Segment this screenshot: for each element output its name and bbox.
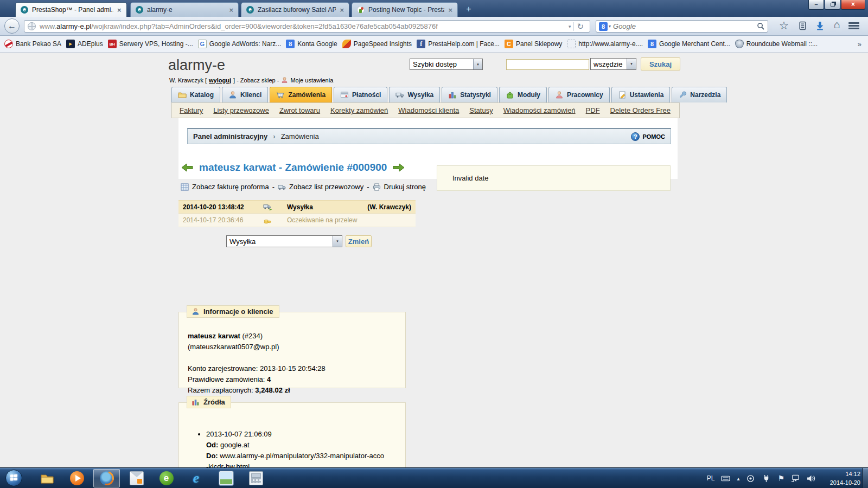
submenu-wiadomosci-klienta[interactable]: Wiadomości klienta (398, 106, 459, 114)
bookmark-alarmy[interactable]: http://www.alarmy-e.... (567, 40, 643, 48)
bookmark-panel-sklepowy[interactable]: CPanel Sklepowy (505, 40, 562, 48)
search-scope-select[interactable]: wszędzie ▾ (590, 58, 636, 70)
action-center-flag-icon[interactable]: ⚑ (777, 474, 784, 483)
bookmark-prestahelp[interactable]: fPrestaHelp.com | Face... (417, 40, 500, 48)
close-button[interactable]: × (841, 0, 865, 10)
url-dropdown-icon[interactable]: ▾ (566, 24, 574, 29)
tab-moduly[interactable]: Moduły (499, 87, 547, 102)
taskbar-explorer-button[interactable] (34, 469, 60, 487)
invoice-icon (181, 183, 189, 191)
customer-info-legend: Informacje o kliencie (187, 305, 279, 318)
quick-access-select[interactable]: Szybki dostęp ▾ (410, 59, 483, 70)
tab-klienci[interactable]: Klienci (222, 87, 268, 102)
start-button[interactable] (5, 470, 22, 486)
taskbar-calculator-button[interactable] (242, 469, 269, 487)
bookmarks-menu-icon[interactable] (795, 21, 809, 33)
change-status-button[interactable]: Zmień (346, 235, 372, 247)
tab-zamowienia[interactable]: Zamówienia (270, 87, 332, 102)
bookmark-bank-pekao[interactable]: Bank Pekao SA (4, 40, 61, 48)
back-button[interactable]: ← (4, 18, 20, 34)
order-status-history: 2014-10-20 13:48:42 Wysyłka (W. Krawczyk… (178, 200, 416, 227)
bookmark-roundcube[interactable]: Roundcube Webmail ::... (735, 40, 818, 48)
tab-katalog[interactable]: Katalog (171, 87, 220, 102)
print-page-link[interactable]: Drukuj stronę (384, 183, 426, 191)
tab-platnosci[interactable]: Płatności (334, 87, 387, 102)
chevron-down-icon[interactable]: ▾ (627, 59, 636, 69)
bookmark-serwery-vps[interactable]: BHSerwery VPS, Hosting -... (108, 40, 193, 48)
search-bar[interactable]: 8 ▾ (596, 20, 768, 33)
tab-close-icon[interactable]: × (448, 6, 452, 14)
url-prefix: www. (40, 22, 56, 30)
submenu-pdf[interactable]: PDF (586, 106, 600, 114)
reload-icon[interactable]: ↻ (574, 22, 586, 31)
submenu-statusy[interactable]: Statusy (469, 106, 493, 114)
previous-order-arrow-icon[interactable] (181, 163, 193, 172)
browser-tab-posting[interactable]: Posting New Topic - Presta... × (352, 2, 458, 17)
keyboard-icon[interactable] (721, 474, 730, 483)
power-plug-icon[interactable] (762, 474, 771, 483)
volume-icon[interactable] (807, 474, 816, 483)
search-engine-icon[interactable]: 8 (599, 22, 608, 31)
chevron-down-icon[interactable]: ▾ (473, 59, 482, 69)
tab-close-icon[interactable]: × (340, 6, 344, 14)
view-delivery-slip-link[interactable]: Zobacz list przewozowy (289, 183, 363, 191)
engine-dropdown-icon[interactable]: ▾ (609, 24, 611, 29)
show-desktop-button[interactable] (862, 468, 868, 488)
browser-tab-alarmy[interactable]: e alarmy-e × (130, 2, 239, 17)
browser-tab-prestashop[interactable]: e PrestaShop™ - Panel admi... × (15, 2, 127, 17)
my-settings-link[interactable]: Moje ustawienia (290, 77, 333, 84)
submenu-wiadomosci-zamowien[interactable]: Wiadomości zamówień (503, 106, 576, 114)
tab-pracownicy[interactable]: Pracownicy (548, 87, 610, 102)
view-shop-link[interactable]: ] - Zobacz sklep - (233, 77, 279, 84)
restore-button[interactable] (825, 0, 840, 10)
breadcrumb-root[interactable]: Panel administracyjny (193, 132, 267, 140)
minimize-button[interactable]: – (808, 0, 824, 10)
clock[interactable]: 14:12 2014-10-20 (819, 470, 860, 487)
submenu-delete-orders-free[interactable]: Delete Orders Free (610, 106, 671, 114)
tab-close-icon[interactable]: × (117, 6, 122, 14)
bookmark-star-icon[interactable]: ☆ (777, 19, 791, 32)
taskbar-internet-explorer-button[interactable]: e (183, 469, 209, 487)
submenu-zwrot-towaru[interactable]: Zwrot towaru (279, 106, 320, 114)
submenu-korekty-zamowien[interactable]: Korekty zamówień (330, 106, 388, 114)
network-icon[interactable] (791, 474, 800, 483)
home-icon[interactable]: ⌂ (830, 18, 844, 31)
submenu-listy-przewozowe[interactable]: Listy przewozowe (213, 106, 269, 114)
help-link[interactable]: ? POMOC (631, 132, 665, 141)
taskbar-media-player-button[interactable] (63, 469, 90, 487)
tray-expand-icon[interactable]: ▴ (737, 476, 739, 481)
search-submit-button[interactable]: Szukaj (641, 57, 680, 70)
customer-info-panel: Informacje o kliencie mateusz karwat (#2… (178, 312, 406, 388)
taskbar-mail-button[interactable] (123, 469, 150, 487)
tray-app-icon[interactable] (746, 474, 755, 483)
browser-tab-zasilacz[interactable]: e Zasilacz buforowy Satel AP... × (241, 2, 349, 17)
taskbar-green-e-app-button[interactable]: e (153, 469, 180, 487)
logout-link[interactable]: wyloguj (209, 77, 231, 84)
taskbar-firefox-button[interactable] (93, 469, 120, 487)
url-bar[interactable]: www. alarmy-e.pl /wojkraw/index.php?tab=… (24, 20, 590, 33)
tab-ustawienia[interactable]: Ustawienia (611, 87, 671, 102)
bookmark-merchant-center[interactable]: 8Google Merchant Cent... (648, 40, 730, 48)
tab-statystyki[interactable]: Statystyki (442, 87, 497, 102)
submenu-faktury[interactable]: Faktury (180, 106, 203, 114)
bookmark-konta-google[interactable]: 8Konta Google (286, 40, 337, 48)
bookmark-pagespeed[interactable]: PageSpeed Insights (342, 40, 412, 48)
chevron-down-icon[interactable]: ▾ (333, 236, 342, 247)
bookmark-adwords[interactable]: GGoogle AdWords: Narz... (198, 40, 282, 48)
view-invoice-link[interactable]: Zobacz fakturę proforma (192, 183, 269, 191)
bookmarks-overflow-icon[interactable]: » (858, 40, 864, 48)
downloads-icon[interactable] (813, 21, 827, 33)
order-status-select[interactable]: Wysyłka ▾ (226, 235, 342, 247)
bookmark-adeplus[interactable]: ▸ADEplus (66, 40, 103, 48)
tab-close-icon[interactable]: × (229, 6, 233, 14)
next-order-arrow-icon[interactable] (393, 163, 405, 172)
admin-search-input[interactable] (506, 59, 589, 70)
language-indicator[interactable]: PL (707, 474, 715, 482)
new-tab-button[interactable]: + (461, 4, 476, 15)
magnifier-icon[interactable] (757, 22, 765, 30)
taskbar-photo-viewer-button[interactable] (213, 469, 239, 487)
tab-narzedzia[interactable]: Narzedzia (672, 87, 727, 102)
tab-wysylka[interactable]: Wysyłka (389, 87, 440, 102)
web-search-input[interactable] (613, 22, 757, 30)
hamburger-menu-icon[interactable] (848, 22, 859, 30)
